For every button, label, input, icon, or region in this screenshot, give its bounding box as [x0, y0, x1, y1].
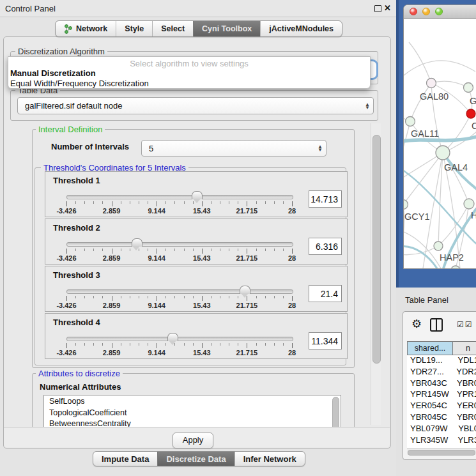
network-node[interactable]: [434, 242, 443, 250]
table-row[interactable]: YER054CYER0: [407, 401, 476, 412]
slider-tick: [157, 296, 157, 301]
close-traffic-light[interactable]: [410, 8, 417, 15]
slider-tick: [112, 249, 112, 254]
threshold-slider-track[interactable]: [66, 337, 293, 341]
slider-tick: [148, 296, 148, 298]
restore-icon[interactable]: [374, 5, 381, 12]
network-node[interactable]: [436, 146, 450, 160]
network-node-label: C: [472, 121, 476, 131]
list-scrollbar[interactable]: [332, 397, 339, 427]
close-icon[interactable]: ✕: [384, 3, 391, 13]
threshold-slider-thumb[interactable]: [167, 333, 178, 341]
network-node[interactable]: [466, 109, 475, 118]
threshold-slider-thumb[interactable]: [132, 238, 142, 247]
slider-tick: [247, 201, 247, 206]
slider-tick: [157, 249, 157, 254]
tab-infer-network-label: Infer Network: [243, 454, 296, 464]
tab-impute-data-label: Impute Data: [102, 454, 149, 464]
slider-tick: [165, 296, 166, 298]
table-rows[interactable]: YDL19...YDL1YDR27...YDR2YBR043CYBR0YPR14…: [407, 355, 476, 448]
attribute-list-item[interactable]: TopologicalCoefficient: [44, 407, 341, 418]
slider-tick: [211, 296, 211, 298]
table-cell-name: YPR1: [454, 389, 476, 401]
threshold-label: Threshold 4: [53, 318, 100, 327]
threshold-label: Threshold 2: [53, 223, 100, 233]
gear-icon[interactable]: ⚙: [411, 317, 422, 331]
threshold-slider-thumb[interactable]: [192, 191, 203, 199]
table-row[interactable]: YBL079WYBL0: [407, 424, 476, 435]
table-row[interactable]: YDR27...YDR2: [407, 367, 476, 378]
threshold-slider-track[interactable]: [66, 289, 293, 294]
panel-scrollbar[interactable]: [371, 123, 381, 425]
table-row[interactable]: YDL19...YDL1: [407, 355, 476, 367]
table-data-combo[interactable]: galFiltered.sif default node ▲▼: [17, 97, 374, 114]
spinner-arrows-icon: ▲▼: [314, 145, 326, 151]
tab-cyni-toolbox[interactable]: Cyni Toolbox: [193, 21, 260, 36]
table-horizontal-scrollbar[interactable]: [407, 448, 476, 455]
tab-style[interactable]: Style: [116, 21, 152, 36]
tab-discretize-data[interactable]: Discretize Data: [157, 452, 234, 466]
slider-tick: [184, 249, 185, 251]
threshold-value-field[interactable]: 6.316: [309, 238, 342, 255]
slider-tick-label: 15.43: [193, 207, 211, 215]
number-of-intervals-combo[interactable]: 5 ▲▼: [141, 140, 326, 157]
network-node-label: GAL11: [411, 128, 439, 139]
attribute-list-item[interactable]: SelfLoops: [44, 395, 341, 407]
table-data-combo-value: galFiltered.sif default node: [18, 101, 362, 111]
slider-tick-label: 2.859: [103, 349, 121, 357]
split-view-icon[interactable]: [430, 318, 443, 332]
table-subpanel: ⚙ ☑☑ shared... n YDL19...YDL1YDR27...YDR…: [403, 311, 476, 460]
tab-impute-data[interactable]: Impute Data: [93, 452, 157, 466]
table-row[interactable]: YBR043CYBR0: [407, 378, 476, 390]
dropdown-option-manual[interactable]: Manual Discretization: [8, 68, 370, 78]
network-node[interactable]: [406, 117, 415, 127]
network-node[interactable]: [464, 199, 474, 209]
tab-network[interactable]: Network: [56, 21, 116, 36]
table-row[interactable]: YBR045CYBR0: [407, 412, 476, 424]
table-horizontal-scrollbar-thumb[interactable]: [408, 450, 475, 456]
threshold-value-field[interactable]: 21.4: [309, 285, 342, 302]
slider-tick: [265, 201, 266, 204]
dropdown-option-equal-width[interactable]: Equal Width/Frequency Discretization: [8, 78, 370, 88]
slider-tick: [211, 343, 211, 346]
network-node[interactable]: [464, 83, 473, 93]
slider-tick: [274, 249, 275, 251]
network-node[interactable]: [404, 200, 408, 210]
network-node-label: H: [471, 210, 476, 220]
threshold-value-field[interactable]: 11.344: [309, 332, 342, 349]
threshold-slider-track[interactable]: [66, 195, 293, 199]
numerical-attributes-list[interactable]: SelfLoopsTopologicalCoefficientBetweenne…: [43, 395, 341, 427]
column-header-name[interactable]: n: [453, 341, 476, 355]
threshold-value-field[interactable]: 14.713: [309, 190, 342, 208]
network-canvas[interactable]: GAL80GACGAL11GAL4GCY1HHAP2: [404, 19, 476, 268]
zoom-traffic-light[interactable]: [435, 8, 443, 15]
tab-select[interactable]: Select: [152, 21, 193, 36]
threshold-slider-track[interactable]: [66, 242, 293, 247]
slider-tick: [283, 343, 284, 346]
table-cell-name: YBR0: [454, 412, 476, 424]
interval-group-label: Interval Definition: [36, 125, 105, 134]
slider-tick: [165, 201, 166, 204]
checkbox-icons[interactable]: ☑☑: [457, 320, 473, 329]
slider-tick-label: 21.715: [236, 254, 258, 262]
minimize-traffic-light[interactable]: [422, 8, 430, 15]
table-row[interactable]: YLR345WYLR3: [407, 435, 476, 447]
algorithm-dropdown-popup: Select algorithm to view settings Manual…: [8, 56, 371, 89]
column-header-shared[interactable]: shared...: [407, 341, 453, 355]
attribute-list-item[interactable]: BetweennessCentrality: [44, 418, 341, 427]
slider-tick: [211, 249, 211, 251]
slider-tick: [220, 343, 220, 346]
slider-tick-label: 9.144: [148, 254, 165, 262]
tab-infer-network[interactable]: Infer Network: [234, 452, 305, 466]
control-panel-titlebar: Control Panel ✕: [0, 0, 396, 17]
apply-button[interactable]: Apply: [173, 433, 213, 449]
threshold-label: Threshold 1: [53, 176, 100, 185]
slider-tick: [165, 343, 166, 346]
panel-scrollbar-thumb[interactable]: [372, 135, 381, 364]
network-node[interactable]: [427, 79, 436, 88]
tab-jactivemnodules[interactable]: jActiveMNodules: [260, 21, 342, 36]
slider-tick: [130, 296, 130, 298]
network-node[interactable]: [451, 266, 460, 268]
table-row[interactable]: YPR145WYPR1: [407, 389, 476, 401]
threshold-slider-thumb[interactable]: [240, 286, 250, 294]
